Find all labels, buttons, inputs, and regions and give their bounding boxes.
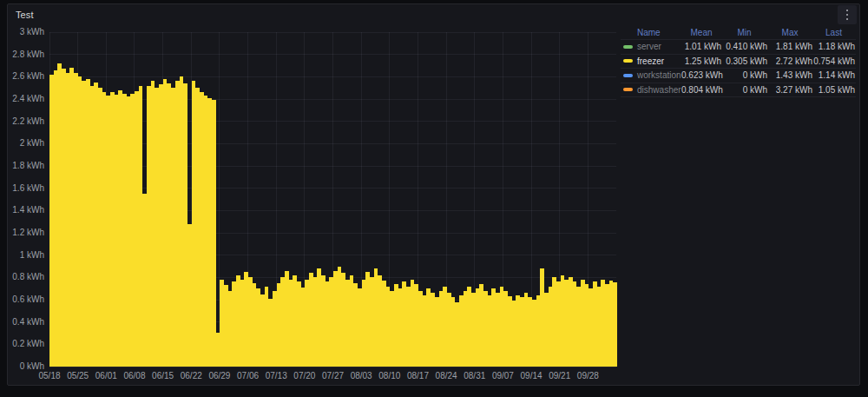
legend-series-dishwasher[interactable]: dishwasher: [621, 85, 681, 95]
legend-value-mean: 0.804 kWh: [681, 85, 721, 95]
legend-value-mean: 1.01 kWh: [681, 42, 721, 51]
panel-title[interactable]: Test: [16, 9, 34, 22]
y-tick-label: 3 kWh: [8, 27, 44, 37]
legend-rows: server1.01 kWh0.410 kWh1.81 kWh1.18 kWhf…: [621, 40, 856, 97]
legend-header-min[interactable]: Min: [721, 28, 767, 37]
legend-value-min: 0 kWh: [721, 85, 767, 95]
y-tick-label: 0.6 kWh: [8, 294, 44, 305]
legend-header-name[interactable]: Name: [621, 28, 681, 37]
legend-row-server: server1.01 kWh0.410 kWh1.81 kWh1.18 kWh: [621, 40, 856, 55]
legend-value-min: 0.410 kWh: [721, 42, 767, 51]
y-tick-label: 2 kWh: [8, 138, 44, 149]
legend-value-min: 0.305 kWh: [721, 56, 767, 66]
legend-header-max[interactable]: Max: [767, 28, 812, 37]
series-name-label: workstation: [637, 70, 681, 80]
series-color-swatch-icon: [623, 74, 633, 77]
y-tick-label: 2.8 kWh: [8, 50, 44, 60]
legend-value-last: 1.14 kWh: [812, 70, 855, 80]
y-tick-label: 2.4 kWh: [8, 94, 44, 104]
legend-value-mean: 1.25 kWh: [681, 56, 721, 66]
y-tick-label: 1.8 kWh: [8, 161, 44, 171]
legend-value-max: 1.81 kWh: [767, 42, 812, 51]
legend-row-workstation: workstation0.623 kWh0 kWh1.43 kWh1.14 kW…: [621, 69, 856, 83]
y-tick-label: 1.6 kWh: [8, 183, 44, 194]
y-tick-label: 2.6 kWh: [8, 71, 44, 82]
panel-header: Test: [8, 4, 859, 29]
series-color-swatch-icon: [623, 45, 633, 49]
series-name-label: server: [637, 42, 661, 51]
series-name-label: freezer: [637, 56, 664, 66]
y-tick-label: 1.2 kWh: [8, 228, 44, 238]
panel-test: Test 0 kWh0.2 kWh0.4 kWh0.6 kWh0.8 kWh1 …: [7, 3, 860, 386]
series-color-swatch-icon: [623, 88, 633, 91]
kebab-menu-icon: [846, 14, 849, 17]
legend-series-workstation[interactable]: workstation: [621, 70, 681, 80]
y-tick-label: 0.8 kWh: [8, 272, 44, 282]
legend-value-last: 0.754 kWh: [812, 56, 855, 66]
legend-header-last[interactable]: Last: [812, 28, 855, 37]
legend-value-max: 2.72 kWh: [767, 56, 812, 66]
legend-value-last: 1.05 kWh: [812, 85, 855, 95]
bar: [613, 282, 617, 367]
legend-header-row: NameMeanMinMaxLast: [621, 26, 856, 40]
panel-menu-button[interactable]: [838, 5, 857, 24]
legend-value-mean: 0.623 kWh: [681, 70, 721, 80]
legend-value-max: 1.43 kWh: [767, 70, 812, 80]
bar-series-freezer: [49, 32, 616, 367]
y-tick-label: 1.4 kWh: [8, 205, 44, 215]
legend-series-freezer[interactable]: freezer: [621, 56, 681, 66]
series-color-swatch-icon: [623, 59, 633, 63]
legend-value-min: 0 kWh: [721, 70, 767, 80]
time-series-chart[interactable]: [49, 32, 616, 367]
y-tick-label: 2.2 kWh: [8, 116, 44, 127]
legend-row-freezer: freezer1.25 kWh0.305 kWh2.72 kWh0.754 kW…: [621, 55, 856, 69]
y-tick-label: 0.2 kWh: [8, 339, 44, 349]
legend-series-server[interactable]: server: [621, 42, 681, 51]
bar: [212, 100, 216, 367]
y-tick-label: 1 kWh: [8, 250, 44, 261]
legend-header-mean[interactable]: Mean: [681, 28, 721, 37]
series-name-label: dishwasher: [637, 85, 681, 95]
legend-value-last: 1.18 kWh: [812, 42, 855, 51]
x-tick-label: 09/28: [569, 370, 607, 381]
legend-value-max: 3.27 kWh: [767, 85, 812, 95]
legend-table: NameMeanMinMaxLast server1.01 kWh0.410 k…: [621, 26, 856, 97]
y-tick-label: 0.4 kWh: [8, 317, 44, 328]
legend-row-dishwasher: dishwasher0.804 kWh0 kWh3.27 kWh1.05 kWh: [621, 83, 856, 98]
